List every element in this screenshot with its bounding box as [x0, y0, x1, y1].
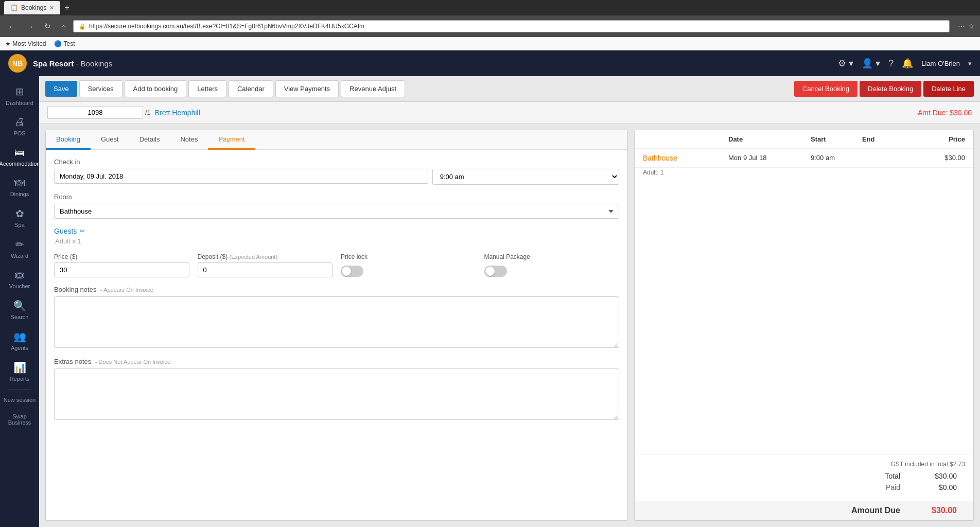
pos-icon: 🖨: [14, 116, 25, 128]
view-payments-button[interactable]: View Payments: [275, 80, 339, 97]
new-tab-button[interactable]: +: [64, 3, 69, 12]
back-button[interactable]: ←: [5, 20, 19, 33]
right-panel: Date Start End Price Bathhouse Mon 9 Jul…: [634, 130, 974, 521]
sidebar-item-pos[interactable]: 🖨 POS: [0, 111, 39, 142]
dinings-icon: 🍽: [14, 177, 25, 189]
service-name: Bathhouse: [643, 154, 728, 162]
sidebar-label-reports: Reports: [10, 376, 30, 382]
delete-line-button[interactable]: Delete Line: [923, 81, 974, 97]
sidebar-divider: [8, 389, 31, 390]
tab-notes[interactable]: Notes: [170, 130, 208, 150]
booking-notes-group: Booking notes - Appears On Invoice: [54, 286, 619, 349]
home-button[interactable]: ⌂: [58, 20, 69, 33]
booking-notes-textarea[interactable]: [54, 296, 619, 348]
form-body: Check in 9:00 am 9:30 am 10:00 am: [46, 150, 627, 520]
price-row: Price ($) Deposit ($) (Expected Amount) …: [54, 253, 619, 277]
agents-icon: 👥: [13, 330, 26, 343]
forward-button[interactable]: →: [23, 20, 37, 33]
save-button[interactable]: Save: [45, 81, 77, 97]
sidebar-item-dinings[interactable]: 🍽 Dinings: [0, 172, 39, 202]
total-value: $30.00: [921, 472, 957, 480]
guests-edit-icon[interactable]: ✏: [80, 227, 85, 235]
sidebar-item-reports[interactable]: 📊 Reports: [0, 356, 39, 387]
booking-number-input[interactable]: [47, 106, 143, 119]
sidebar: ⊞ Dashboard 🖨 POS 🛏 Accommodation 🍽 Dini…: [0, 76, 39, 527]
deposit-input[interactable]: [198, 262, 333, 277]
app-logo: NB: [8, 54, 27, 73]
check-in-date-input[interactable]: [54, 169, 428, 184]
price-label: Price ($): [54, 253, 189, 260]
price-lock-toggle[interactable]: [341, 266, 363, 277]
sidebar-item-new-session[interactable]: New session: [0, 392, 39, 408]
paid-label: Paid: [886, 483, 900, 491]
accommodation-icon: 🛏: [14, 147, 25, 159]
user-icon[interactable]: 👤 ▾: [862, 58, 880, 69]
tab-guest[interactable]: Guest: [91, 130, 129, 150]
right-table-header: Date Start End Price: [635, 130, 973, 149]
tab-close-icon[interactable]: ✕: [49, 5, 54, 11]
sidebar-item-dashboard[interactable]: ⊞ Dashboard: [0, 80, 39, 111]
add-to-booking-button[interactable]: Add to booking: [125, 80, 187, 97]
left-panel: Booking Guest Details Notes Payment Chec…: [45, 130, 628, 521]
user-dropdown-icon[interactable]: ▾: [968, 60, 972, 67]
amount-due-header: Amt Due: $30.00: [918, 109, 972, 117]
sidebar-label-wizard: Wizard: [11, 253, 28, 259]
room-group: Room Bathhouse: [54, 193, 619, 219]
col-end: End: [862, 135, 914, 143]
sidebar-label-agents: Agents: [11, 345, 28, 351]
reports-icon: 📊: [13, 361, 26, 374]
sidebar-label-search: Search: [11, 314, 29, 320]
calendar-button[interactable]: Calendar: [229, 80, 273, 97]
settings-icon[interactable]: ⚙ ▾: [838, 58, 853, 69]
deposit-label: Deposit ($) (Expected Amount): [198, 253, 333, 260]
tab-payment[interactable]: Payment: [208, 130, 255, 150]
user-name: Liam O'Brien: [921, 60, 960, 67]
sidebar-item-spa[interactable]: ✿ Spa: [0, 202, 39, 233]
total-row: Total $30.00: [643, 472, 965, 480]
help-icon[interactable]: ?: [888, 58, 894, 69]
revenue-adjust-button[interactable]: Revenue Adjust: [341, 80, 405, 97]
bookmark-test[interactable]: 🔵 Test: [54, 40, 75, 47]
letters-button[interactable]: Letters: [188, 80, 226, 97]
service-date: Mon 9 Jul 18: [728, 154, 811, 162]
nav-menu-icon[interactable]: ⋯: [958, 22, 965, 30]
bookmark-most-visited[interactable]: ★ Most Visited: [5, 40, 46, 47]
tabs-row: Booking Guest Details Notes Payment: [46, 130, 627, 150]
tab-details[interactable]: Details: [129, 130, 170, 150]
sidebar-item-accommodation[interactable]: 🛏 Accommodation: [0, 142, 39, 172]
customer-name[interactable]: Brett Hemphill: [155, 109, 200, 117]
services-button[interactable]: Services: [79, 80, 122, 97]
sidebar-label-pos: POS: [13, 130, 25, 136]
sidebar-item-voucher[interactable]: 🎟 Voucher: [0, 264, 39, 294]
notification-icon[interactable]: 🔔: [902, 58, 913, 69]
bookmark-star-icon[interactable]: ☆: [968, 22, 975, 30]
sidebar-item-search[interactable]: 🔍 Search: [0, 294, 39, 325]
sidebar-label-spa: Spa: [14, 222, 25, 228]
reload-button[interactable]: ↻: [41, 20, 54, 33]
guests-section: Guests ✏ Adult x 1: [54, 227, 619, 245]
tab-booking[interactable]: Booking: [46, 130, 91, 150]
price-input[interactable]: [54, 262, 189, 277]
sidebar-item-swap-business[interactable]: Swap Business: [0, 408, 39, 431]
main-content: Save Services Add to booking Letters Cal…: [39, 76, 980, 527]
col-service: [643, 135, 728, 143]
sidebar-item-wizard[interactable]: ✏ Wizard: [0, 233, 39, 264]
extras-notes-label: Extras notes - Does Not Appear On Invoic…: [54, 358, 619, 365]
toolbar: Save Services Add to booking Letters Cal…: [39, 76, 980, 102]
extras-notes-textarea[interactable]: [54, 368, 619, 420]
tab-title: Bookings: [21, 4, 46, 11]
sidebar-item-agents[interactable]: 👥 Agents: [0, 325, 39, 356]
address-bar[interactable]: 🔒 https://secure.netbookings.com.au/test…: [73, 20, 950, 32]
app-title: Spa Resort - Bookings: [33, 59, 112, 68]
manual-package-toggle[interactable]: [484, 266, 507, 277]
cancel-booking-button[interactable]: Cancel Booking: [794, 81, 857, 97]
active-tab[interactable]: 📋 Bookings ✕: [4, 1, 60, 14]
sidebar-label-voucher: Voucher: [9, 283, 30, 289]
delete-booking-button[interactable]: Delete Booking: [860, 81, 921, 97]
room-select[interactable]: Bathhouse: [54, 204, 619, 219]
deposit-group: Deposit ($) (Expected Amount): [198, 253, 333, 277]
check-in-group: Check in 9:00 am 9:30 am 10:00 am: [54, 158, 619, 185]
check-in-time-select[interactable]: 9:00 am 9:30 am 10:00 am: [432, 169, 619, 185]
search-icon: 🔍: [13, 300, 26, 312]
toggle-knob: [342, 267, 351, 276]
